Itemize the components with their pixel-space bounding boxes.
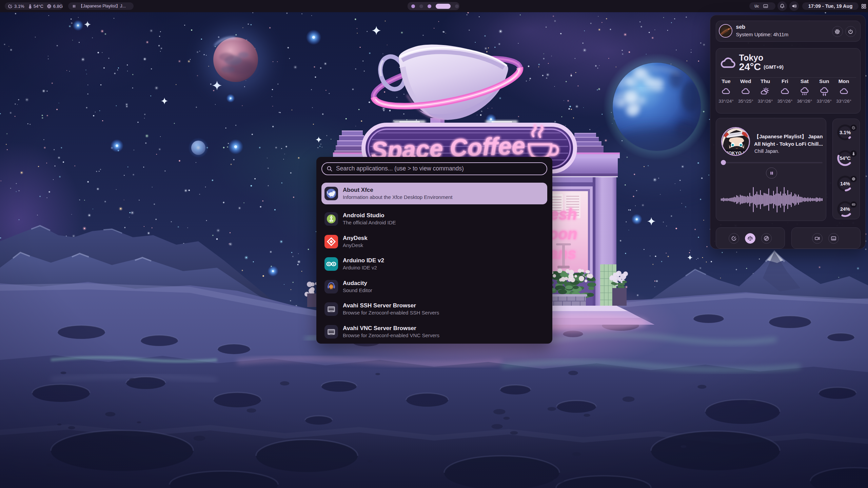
svg-text:54°C: 54°C: [840, 156, 851, 161]
svg-text:14%: 14%: [840, 181, 850, 186]
svg-text:3.1%: 3.1%: [840, 130, 851, 135]
svg-text:Uc: Uc: [755, 4, 759, 8]
svg-text:24%: 24%: [840, 206, 850, 212]
